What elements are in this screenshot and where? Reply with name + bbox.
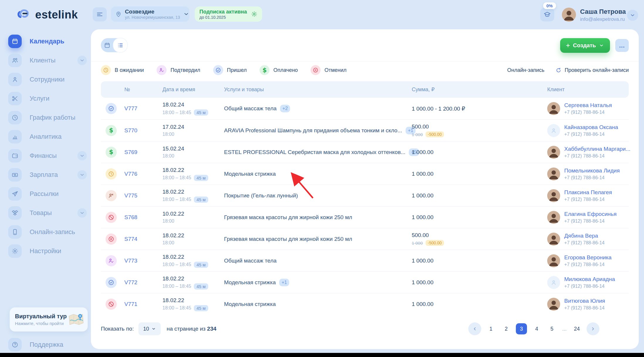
- booking-number[interactable]: V775: [124, 192, 162, 199]
- education-button[interactable]: [540, 8, 554, 21]
- page-button-24[interactable]: 24: [571, 323, 582, 334]
- booking-number[interactable]: S770: [124, 127, 162, 134]
- chevron-down-icon: [599, 43, 604, 48]
- sidebar-item-wallet[interactable]: Финансы: [8, 149, 87, 163]
- page-button-3[interactable]: 3: [516, 323, 527, 334]
- table-row[interactable]: V772 18.02.22 18:00 – 18:4545 м Модельна…: [101, 271, 629, 293]
- user-avatar[interactable]: [562, 8, 576, 22]
- booking-datetime: 10.02.22 18:00: [162, 211, 224, 224]
- legend-paid: $ Оплачено: [260, 65, 298, 75]
- phone-icon: [8, 225, 22, 239]
- client-name[interactable]: Хаббибуллина Маргари...: [564, 146, 631, 152]
- sidebar-item-scissors[interactable]: Услуги: [8, 92, 87, 105]
- extra-items-badge: +1: [279, 279, 289, 286]
- confirmed-person-check-icon: [106, 255, 117, 266]
- total-pages: 234: [207, 326, 216, 332]
- banned-icon: [106, 299, 117, 310]
- client-cell: Егорова Вероника +7 (912) 788-86-14: [547, 254, 629, 267]
- next-page-button[interactable]: [587, 322, 599, 335]
- booking-number[interactable]: V771: [124, 301, 162, 307]
- pagination: Показать по: 10 на странице из 234 12345…: [101, 322, 629, 336]
- sidebar-item-box[interactable]: Товары: [8, 206, 87, 220]
- sidebar-item-clock[interactable]: График работы: [8, 111, 87, 124]
- table-row[interactable]: S774 18.02.22 18:00 Грязевая маска красо…: [101, 228, 629, 250]
- page-button-5[interactable]: 5: [546, 323, 557, 334]
- menu-toggle-button[interactable]: [93, 7, 107, 21]
- bottom-bar: [0, 353, 644, 357]
- pager: 12345...24: [468, 322, 599, 335]
- client-name[interactable]: Егорова Вероника: [564, 254, 611, 261]
- check-online-bookings-button[interactable]: Проверить онлайн-записи: [555, 67, 629, 73]
- client-name[interactable]: Сергеева Наталья: [564, 102, 612, 109]
- booking-service: Модельная стрижка +1: [224, 279, 412, 286]
- onboarding-progress-badge: 0%: [543, 2, 556, 9]
- duration-badge: 45 м: [194, 197, 208, 203]
- pending-clock-icon: [101, 65, 111, 75]
- table-row[interactable]: V776 18.02.22 18:00 – 18:4545 м Модельна…: [101, 163, 629, 185]
- table-row[interactable]: S768 10.02.22 18:00 Грязевая маска красо…: [101, 206, 629, 228]
- client-name[interactable]: Милюкова Ариадна: [564, 276, 615, 282]
- booking-number[interactable]: V772: [124, 279, 162, 286]
- booking-number[interactable]: V776: [124, 171, 162, 177]
- table-row[interactable]: V775 18.02.22 18:00 – 18:4545 м Покрытие…: [101, 185, 629, 206]
- chevron-down-icon[interactable]: [77, 170, 87, 180]
- booking-number[interactable]: S774: [124, 236, 162, 242]
- client-name[interactable]: Плаксина Пелагея: [564, 189, 612, 196]
- table-row[interactable]: V773 18.02.22 18:00 – 18:4545 м Общий ма…: [101, 250, 629, 271]
- online-booking-link[interactable]: Онлайн-запись: [507, 67, 545, 73]
- sidebar-item-clients[interactable]: Клиенты: [8, 54, 87, 67]
- status-legend: В ожидании Подтвердил Пришел $ Оплачено …: [101, 62, 629, 78]
- client-photo-avatar: [547, 233, 560, 246]
- chevron-down-icon[interactable]: [77, 208, 87, 218]
- page-button-2[interactable]: 2: [501, 323, 512, 334]
- booking-datetime: 18.02.22 18:00 – 18:4545 м: [162, 167, 224, 181]
- column-header: Услуги и товары: [224, 87, 412, 93]
- sidebar-item-person[interactable]: Сотрудники: [8, 73, 87, 86]
- booking-number[interactable]: V773: [124, 258, 162, 264]
- client-photo-avatar: [547, 254, 560, 267]
- sidebar-item-send[interactable]: Рассылки: [8, 187, 87, 201]
- client-name[interactable]: Дябина Вера: [564, 233, 604, 239]
- table-row[interactable]: $ S769 15.02.24 18:00 ESTEL PROFESSIONAL…: [101, 141, 629, 163]
- sidebar-item-phone[interactable]: Онлайн-запись: [8, 225, 87, 239]
- sidebar-item-calendar[interactable]: Календарь: [8, 35, 87, 48]
- subscription-gear-icon[interactable]: [251, 11, 257, 17]
- chevron-down-icon[interactable]: [77, 56, 87, 65]
- page-size-select[interactable]: 10: [138, 322, 161, 335]
- branch-selector[interactable]: Созвездие ул. Новочеремушкинская, 13: [111, 6, 189, 22]
- client-name[interactable]: Елагина Ефросинья: [564, 211, 616, 217]
- bookings-panel: + Создать ... В ожидании Подтвердил Приш…: [91, 29, 639, 349]
- list-view-button[interactable]: [113, 38, 127, 52]
- page-button-4[interactable]: 4: [531, 323, 542, 334]
- chevron-down-icon: [630, 12, 635, 18]
- booking-number[interactable]: S769: [124, 149, 162, 155]
- table-row[interactable]: V777 18.02.24 18:00 – 18:4545 м Общий ма…: [101, 98, 629, 119]
- table-row[interactable]: V771 18.02.22 18:00 – 18:4545 м Модельна…: [101, 293, 629, 315]
- calendar-view-button[interactable]: [101, 38, 113, 52]
- view-toggle: [101, 38, 127, 52]
- legend-cancelled: Отменил: [311, 65, 346, 75]
- booking-number[interactable]: V777: [124, 105, 162, 112]
- user-menu-chevron[interactable]: [627, 10, 638, 21]
- client-photo-avatar: [547, 189, 560, 202]
- table-row[interactable]: $ S770 17.02.24 18:00 ARAVIA Professiona…: [101, 119, 629, 141]
- booking-sum: 1 000.00: [412, 279, 547, 286]
- client-name[interactable]: Помельникова Лидия: [564, 167, 620, 174]
- prev-page-button[interactable]: [468, 322, 481, 335]
- sidebar-item-chart[interactable]: Аналитика: [8, 130, 87, 143]
- client-name[interactable]: Витюгова Юлия: [564, 298, 605, 304]
- more-actions-button[interactable]: ...: [615, 39, 629, 52]
- virtual-tour-card[interactable]: Виртуальный тур Нажмите, чтобы пройти: [10, 307, 88, 331]
- booking-number[interactable]: S768: [124, 214, 162, 221]
- client-name[interactable]: Кайназарова Оксана: [564, 124, 618, 131]
- sidebar-item-gear[interactable]: Настройки: [8, 244, 87, 258]
- page-button-1[interactable]: 1: [485, 323, 496, 334]
- sidebar-item-banknote[interactable]: Зарплата: [8, 168, 87, 182]
- sidebar-item-support[interactable]: Поддержка: [8, 338, 63, 351]
- chevron-down-icon[interactable]: [183, 11, 189, 17]
- booking-sum: 500.00 1 000-500.00: [412, 123, 547, 137]
- create-button[interactable]: + Создать: [560, 38, 610, 53]
- subscription-badge[interactable]: Подписка активна до 01.10.2025: [195, 6, 262, 22]
- chevron-down-icon[interactable]: [77, 151, 87, 160]
- booking-datetime: 18.02.22 18:00 – 18:4545 м: [162, 297, 224, 311]
